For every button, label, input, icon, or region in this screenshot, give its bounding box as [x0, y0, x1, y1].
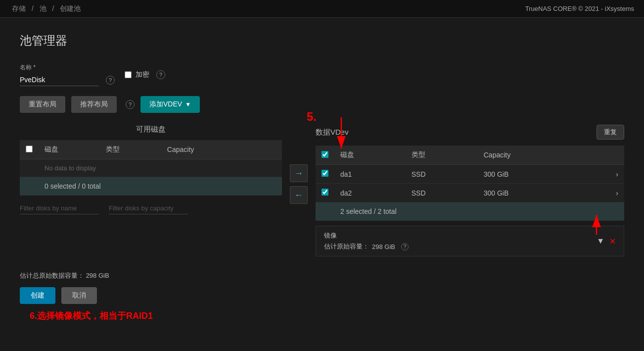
move-right-button[interactable]: → [290, 164, 308, 182]
recommend-layout-button[interactable]: 推荐布局 [71, 96, 117, 113]
add-vdev-label: 添加VDEV [149, 100, 182, 109]
vdev-close-icon[interactable]: ✕ [609, 237, 616, 246]
name-input[interactable] [20, 74, 99, 86]
left-col-type: 类型 [100, 140, 161, 159]
da1-checkbox[interactable] [322, 170, 328, 177]
vdev-disk-table: 磁盘 类型 Capacity da1 SSD 300 GiB › [316, 146, 624, 221]
add-vdev-button[interactable]: 添加VDEV ▼ [140, 96, 200, 113]
step5-label: 5. [307, 110, 317, 124]
move-left-button[interactable]: ← [290, 186, 308, 204]
da1-type: SSD [406, 165, 478, 184]
total-estimate-value: 298 GiB [86, 272, 109, 279]
left-col-capacity: Capacity [161, 140, 254, 159]
da2-expand-icon[interactable]: › [585, 184, 624, 202]
da1-capacity: 300 GiB [478, 165, 585, 184]
bottom-section: 估计总原始数据容量： 298 GiB 创建 取消 [20, 271, 624, 304]
da2-checkbox[interactable] [322, 189, 328, 196]
total-estimate-label: 估计总原始数据容量： [20, 272, 84, 279]
select-all-left-checkbox[interactable] [26, 146, 33, 152]
left-panel: 可用磁盘 磁盘 类型 Capacity [20, 125, 282, 214]
create-button[interactable]: 创建 [20, 287, 55, 304]
page-title: 池管理器 [20, 33, 624, 49]
right-col-type: 类型 [406, 146, 478, 165]
vdev-estimate-help-icon[interactable]: ? [401, 243, 409, 251]
right-selected-summary-row: 2 selected / 2 total [316, 202, 624, 221]
reset-layout-button[interactable]: 重置布局 [20, 96, 65, 113]
no-data-row: No data to display [20, 159, 282, 177]
da1-expand-icon[interactable]: › [585, 165, 624, 184]
name-help-icon[interactable]: ? [106, 76, 115, 85]
encrypt-label: 加密 [136, 70, 149, 79]
step6-note: 6.选择镜像模式，相当于RAID1 [20, 310, 624, 322]
left-col-disk: 磁盘 [39, 140, 100, 159]
right-col-disk: 磁盘 [334, 146, 406, 165]
breadcrumb: 存储 / 池 / 创建池 [10, 4, 83, 13]
selected-summary-row: 0 selected / 0 total [20, 177, 282, 196]
brand: TrueNAS CORE® © 2021 - iXsystems [525, 5, 634, 12]
table-row: da1 SSD 300 GiB › [316, 165, 624, 184]
right-panel: 数据VDev 重复 磁盘 类型 Capacity [316, 125, 624, 256]
select-all-right-checkbox[interactable] [322, 151, 328, 158]
da2-name: da2 [334, 184, 406, 202]
reset-button[interactable]: 重复 [597, 125, 624, 140]
vdev-config-section: 镜像 估计原始容量： 298 GiB ? [316, 226, 624, 256]
vdev-estimate-label: 估计原始容量： [324, 242, 369, 251]
filter-name-input[interactable] [20, 202, 99, 214]
recommend-help-icon[interactable]: ? [126, 100, 135, 109]
available-disk-table: 磁盘 类型 Capacity No data to display [20, 140, 282, 196]
name-field-label: 名称 * [20, 63, 115, 72]
table-row: da2 SSD 300 GiB › [316, 184, 624, 202]
right-panel-title: 数据VDev [316, 128, 349, 137]
encrypt-help-icon[interactable]: ? [156, 70, 165, 79]
vdev-dropdown-icon[interactable]: ▼ [597, 237, 604, 246]
da2-capacity: 300 GiB [478, 184, 585, 202]
top-bar: 存储 / 池 / 创建池 TrueNAS CORE® © 2021 - iXsy… [0, 0, 644, 18]
transfer-arrows: → ← [282, 164, 316, 204]
vdev-estimate-value: 298 GiB [372, 243, 395, 251]
left-panel-title: 可用磁盘 [20, 125, 282, 134]
da2-type: SSD [406, 184, 478, 202]
add-vdev-arrow-icon: ▼ [185, 101, 191, 108]
cancel-button[interactable]: 取消 [61, 287, 97, 304]
vdev-label: 镜像 [324, 231, 409, 240]
filter-capacity-input[interactable] [109, 202, 188, 214]
right-col-capacity: Capacity [478, 146, 585, 165]
da1-name: da1 [334, 165, 406, 184]
encrypt-checkbox[interactable] [125, 71, 132, 78]
